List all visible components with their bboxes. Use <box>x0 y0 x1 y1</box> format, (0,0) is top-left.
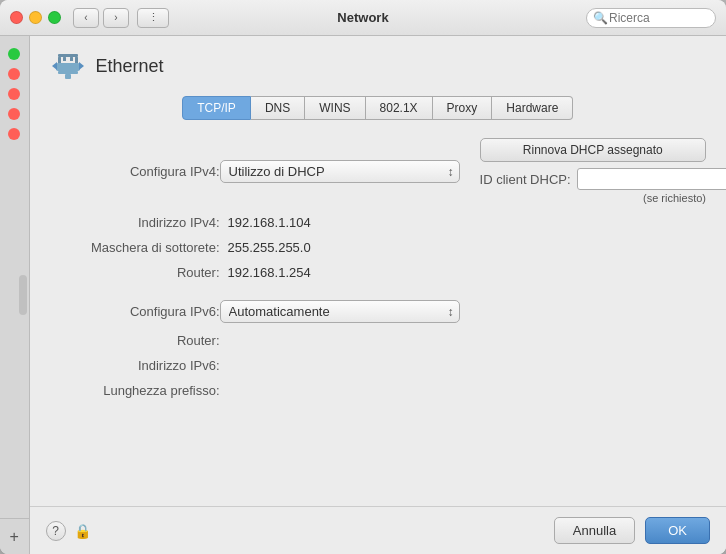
tab-hardware[interactable]: Hardware <box>492 96 573 120</box>
ipv6-address-row: Indirizzo IPv6: <box>50 358 706 373</box>
subnet-row: Maschera di sottorete: 255.255.255.0 <box>50 240 706 255</box>
add-network-button[interactable]: + <box>10 529 19 545</box>
ok-button[interactable]: OK <box>645 517 710 544</box>
cancel-button[interactable]: Annulla <box>554 517 635 544</box>
subnet-value: 255.255.255.0 <box>228 240 311 255</box>
tab-8021x[interactable]: 802.1X <box>366 96 433 120</box>
traffic-lights <box>10 11 61 24</box>
svg-marker-8 <box>52 62 57 70</box>
grid-button[interactable]: ⋮ <box>137 8 169 28</box>
renew-dhcp-button[interactable]: Rinnova DHCP assegnato <box>480 138 706 162</box>
sidebar: + <box>0 36 30 554</box>
client-id-hint: (se richiesto) <box>480 190 706 205</box>
configure-ipv6-select-wrap: Automaticamente ↕ <box>220 300 460 323</box>
svg-rect-6 <box>58 71 78 74</box>
ethernet-title: Ethernet <box>96 56 164 77</box>
svg-rect-5 <box>56 63 80 71</box>
sidebar-dot-green[interactable] <box>8 48 20 60</box>
router-row: Router: 192.168.1.254 <box>50 265 706 280</box>
window-title: Network <box>337 10 388 25</box>
configure-ipv6-label: Configura IPv6: <box>50 304 220 319</box>
ipv6-address-label: Indirizzo IPv6: <box>50 358 220 373</box>
configure-ipv4-label: Configura IPv4: <box>50 164 220 179</box>
dhcp-client-id-input[interactable] <box>577 168 726 190</box>
ipv4-address-label: Indirizzo IPv4: <box>50 215 220 230</box>
bottom-actions: Annulla OK <box>554 517 710 544</box>
configure-ipv4-select[interactable]: Utilizzo di DHCP <box>220 160 460 183</box>
router6-label: Router: <box>50 333 220 348</box>
lock-icon: 🔒 <box>74 523 91 539</box>
svg-rect-3 <box>63 57 66 61</box>
tab-wins[interactable]: WINS <box>305 96 365 120</box>
nav-buttons: ‹ › <box>73 8 129 28</box>
svg-rect-4 <box>70 57 73 61</box>
subnet-label: Maschera di sottorete: <box>50 240 220 255</box>
ipv4-address-row: Indirizzo IPv4: 192.168.1.104 <box>50 215 706 230</box>
svg-rect-2 <box>75 57 78 63</box>
network-window: ‹ › ⋮ Network 🔍 + <box>0 0 726 554</box>
close-button[interactable] <box>10 11 23 24</box>
svg-rect-1 <box>58 57 61 63</box>
sidebar-dot-red-4[interactable] <box>8 128 20 140</box>
client-id-row: ID client DHCP: <box>480 168 706 190</box>
minimize-button[interactable] <box>29 11 42 24</box>
form-area: Configura IPv4: Utilizzo di DHCP ↕ Rinno… <box>30 128 726 506</box>
ipv4-address-value: 192.168.1.104 <box>228 215 311 230</box>
main-area: + <box>0 36 726 554</box>
dhcp-right-panel: Rinnova DHCP assegnato ID client DHCP: (… <box>480 138 706 205</box>
ethernet-icon <box>50 48 86 84</box>
sidebar-dot-red-3[interactable] <box>8 108 20 120</box>
svg-marker-9 <box>79 62 84 70</box>
content-panel: Ethernet TCP/IP DNS WINS 802.1X Proxy Ha… <box>30 36 726 554</box>
sidebar-bottom: + <box>0 518 29 554</box>
maximize-button[interactable] <box>48 11 61 24</box>
dhcp-client-id-group: ID client DHCP: (se richiesto) <box>480 168 706 205</box>
bottom-bar: ? 🔒 Annulla OK <box>30 506 726 554</box>
configure-ipv6-row: Configura IPv6: Automaticamente ↕ <box>50 300 706 323</box>
forward-button[interactable]: › <box>103 8 129 28</box>
panel-header: Ethernet <box>30 36 726 92</box>
configure-ipv4-row: Configura IPv4: Utilizzo di DHCP ↕ Rinno… <box>50 138 706 205</box>
configure-ipv6-select[interactable]: Automaticamente <box>220 300 460 323</box>
tab-proxy[interactable]: Proxy <box>433 96 493 120</box>
tab-dns[interactable]: DNS <box>251 96 305 120</box>
tab-tcpip[interactable]: TCP/IP <box>182 96 251 120</box>
back-button[interactable]: ‹ <box>73 8 99 28</box>
sidebar-dot-red-2[interactable] <box>8 88 20 100</box>
help-button[interactable]: ? <box>46 521 66 541</box>
prefix-length-label: Lunghezza prefisso: <box>50 383 220 398</box>
tab-bar: TCP/IP DNS WINS 802.1X Proxy Hardware <box>30 92 726 128</box>
prefix-length-row: Lunghezza prefisso: <box>50 383 706 398</box>
svg-rect-0 <box>58 54 78 57</box>
router-label: Router: <box>50 265 220 280</box>
dhcp-client-id-label: ID client DHCP: <box>480 172 571 187</box>
router-value: 192.168.1.254 <box>228 265 311 280</box>
scrollbar-thumb[interactable] <box>19 275 27 315</box>
titlebar: ‹ › ⋮ Network 🔍 <box>0 0 726 36</box>
spacer-1 <box>50 290 706 300</box>
client-id-hint-text: (se richiesto) <box>643 192 706 204</box>
search-icon: 🔍 <box>593 11 608 25</box>
configure-ipv4-select-wrap: Utilizzo di DHCP ↕ <box>220 160 460 183</box>
router6-row: Router: <box>50 333 706 348</box>
sidebar-dot-red-1[interactable] <box>8 68 20 80</box>
svg-rect-7 <box>65 74 71 79</box>
